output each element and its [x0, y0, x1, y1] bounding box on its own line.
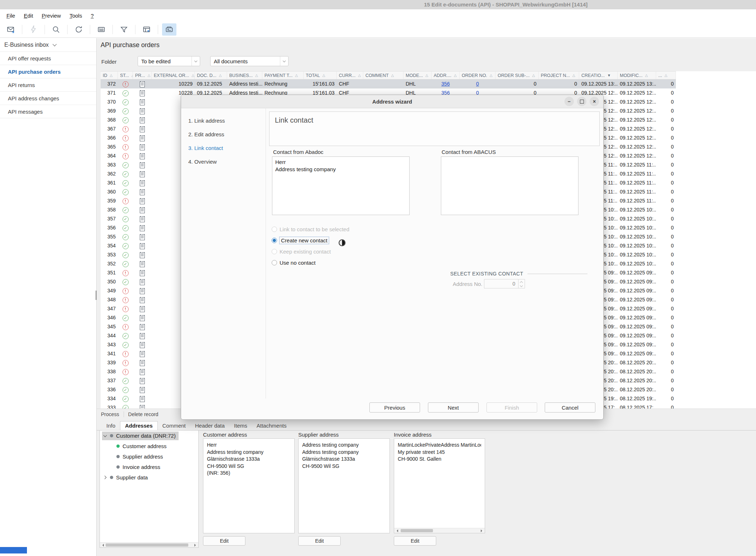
finish-button[interactable]: Finish: [487, 402, 537, 413]
scrollbar-thumb[interactable]: [401, 529, 433, 532]
col-header-docd[interactable]: DOC. D...△: [195, 72, 227, 79]
col-header-st[interactable]: ST...△: [118, 72, 133, 79]
col-header-external[interactable]: EXTERNAL OR...△: [152, 72, 195, 79]
tab-addresses[interactable]: Addresses: [120, 421, 158, 430]
cancel-button[interactable]: Cancel: [545, 402, 595, 413]
documents-select[interactable]: All documents: [210, 56, 289, 66]
col-header-busines[interactable]: BUSINES...△: [227, 72, 262, 79]
col-header-total[interactable]: TOTAL△: [304, 72, 337, 79]
toolbar-filter-icon[interactable]: [117, 23, 131, 36]
col-header-curr[interactable]: CURR...△: [337, 72, 363, 79]
wizard-step-2-edit-address[interactable]: 2. Edit address: [188, 131, 224, 137]
chevron-down-icon[interactable]: [103, 433, 108, 438]
tab-attachments[interactable]: Attachments: [252, 421, 291, 430]
scroll-right-icon[interactable]: [481, 529, 484, 532]
tree-item-supplier-address[interactable]: Supplier address: [100, 451, 198, 462]
col-header-project[interactable]: PROJECT N...△: [539, 72, 579, 79]
menu-edit[interactable]: Edit: [19, 13, 37, 19]
maximize-icon[interactable]: [577, 97, 586, 106]
col-header-id[interactable]: ID△: [101, 72, 118, 79]
cell-st: !: [118, 295, 133, 304]
tab-items[interactable]: Items: [229, 421, 252, 430]
minimize-icon[interactable]: –: [564, 97, 574, 106]
cell-more: 0: [656, 268, 676, 277]
tree-item-invoice-address[interactable]: Invoice address: [100, 462, 198, 472]
vertical-scrollbar-thumb[interactable]: [96, 291, 97, 300]
previous-button[interactable]: Previous: [369, 402, 420, 413]
radio-link-to-contact-to-be-selected[interactable]: Link to contact to be selected: [272, 225, 349, 233]
orderno-link[interactable]: 0: [476, 81, 479, 87]
edit-invoice-address-button[interactable]: Edit: [394, 536, 436, 546]
address-no-input[interactable]: 0: [484, 279, 518, 288]
sidebar-item-api-purchase-orders[interactable]: API purchase orders: [0, 65, 96, 78]
tree-horizontal-scrollbar[interactable]: [100, 542, 198, 547]
col-header-orderno[interactable]: ORDER NO.△: [460, 72, 495, 79]
col-header-ordersub[interactable]: ORDER SUB-...△: [495, 72, 539, 79]
menu-tools[interactable]: Tools: [65, 13, 86, 19]
addr-link[interactable]: 356: [441, 81, 450, 87]
tab-comment[interactable]: Comment: [158, 421, 190, 430]
radio-use-no-contact[interactable]: Use no contact: [272, 258, 315, 267]
scrollbar-thumb[interactable]: [106, 543, 188, 547]
sidebar-item-api-messages[interactable]: API messages: [0, 105, 96, 118]
cell-modific: 09.12.2025 09:...: [618, 277, 656, 286]
address-no-spinner[interactable]: [518, 279, 525, 288]
toolbar-preview-panel-icon[interactable]: [162, 23, 176, 36]
toolbar-search-icon[interactable]: [49, 23, 63, 36]
contact-list-item[interactable]: Address testing company: [275, 166, 406, 173]
wizard-step-3-link-contact[interactable]: 3. Link contact: [188, 145, 223, 151]
close-icon[interactable]: ×: [590, 97, 599, 106]
customer-address-panel-title: Customer address: [203, 432, 247, 438]
scroll-left-icon[interactable]: [395, 529, 398, 532]
tree-item-customer-address[interactable]: Customer address: [100, 441, 198, 451]
chevron-right-icon[interactable]: [103, 475, 108, 480]
toolbar-send-document-icon[interactable]: [4, 23, 18, 36]
scroll-right-icon[interactable]: [194, 544, 197, 547]
chevron-down-icon[interactable]: [192, 56, 200, 66]
delete-record-link[interactable]: Delete record: [124, 411, 163, 417]
status-ok-icon: ✓: [123, 117, 129, 123]
tree-item-customer-data-dnr-72[interactable]: Customer data (DNR:72): [100, 430, 198, 441]
cell-pr: [133, 160, 152, 169]
edit-supplier-address-button[interactable]: Edit: [298, 536, 341, 546]
col-header-mode[interactable]: MODE...△: [404, 72, 432, 79]
table-row[interactable]: 372!1022909.12.2025Address testi...Rechn…: [101, 79, 676, 88]
toolbar-table-window-icon[interactable]: [139, 23, 154, 36]
abadoc-contact-list[interactable]: HerrAddress testing company: [272, 156, 410, 215]
col-header-comment[interactable]: COMMENT△: [363, 72, 404, 79]
menu-item[interactable]: ?: [86, 13, 98, 19]
process-link[interactable]: Process: [97, 411, 124, 417]
menu-file[interactable]: File: [2, 13, 19, 19]
toolbar-lightning-icon[interactable]: [26, 23, 41, 36]
status-ok-icon: ✓: [123, 99, 129, 105]
wizard-step-1-link-address[interactable]: 1. Link address: [188, 118, 225, 124]
edit-customer-address-button[interactable]: Edit: [203, 536, 245, 546]
col-header-addr[interactable]: ADDR....△: [432, 72, 460, 79]
col-header-modific[interactable]: MODIFIC...△: [618, 72, 656, 79]
chevron-down-icon[interactable]: [280, 56, 288, 66]
contact-list-item[interactable]: Herr: [275, 159, 406, 166]
next-button[interactable]: Next: [428, 402, 479, 413]
col-header-pr[interactable]: PR...△: [133, 72, 152, 79]
toolbar-refresh-icon[interactable]: [72, 23, 86, 36]
sidebar-item-api-returns[interactable]: API returns: [0, 78, 96, 92]
menu-preview[interactable]: Preview: [37, 13, 65, 19]
radio-create-new-contact[interactable]: Create new contact: [272, 236, 329, 245]
abacus-contact-list[interactable]: [441, 156, 578, 215]
tab-info[interactable]: Info: [102, 421, 120, 430]
cell-modific: 09.12.2025 09:...: [618, 268, 656, 277]
scroll-left-icon[interactable]: [101, 544, 104, 547]
col-header-creatio[interactable]: CREATIO...▼: [579, 72, 618, 79]
tab-header-data[interactable]: Header data: [190, 421, 230, 430]
wizard-step-4-overview[interactable]: 4. Overview: [188, 159, 217, 165]
sidebar-item-api-address-changes[interactable]: API address changes: [0, 92, 96, 105]
sidebar-item-api-offer-requests[interactable]: API offer requests: [0, 52, 96, 65]
panel-horizontal-scrollbar[interactable]: [394, 528, 485, 533]
toolbar-numpad-icon[interactable]: [94, 23, 109, 36]
sidebar-header[interactable]: E-Business inbox: [0, 38, 96, 52]
col-header-more[interactable]: ...△: [656, 72, 676, 79]
col-header-payment[interactable]: PAYMENT T...△: [262, 72, 304, 79]
folder-select[interactable]: To be edited: [138, 56, 200, 66]
radio-keep-existing-contact[interactable]: Keep existing contact: [272, 247, 331, 256]
tree-item-supplier-data[interactable]: Supplier data: [100, 472, 198, 483]
